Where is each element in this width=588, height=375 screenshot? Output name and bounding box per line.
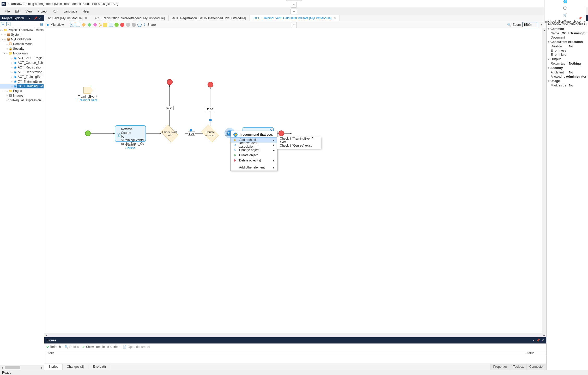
panel-dropdown-icon[interactable]: ▾ bbox=[29, 16, 33, 20]
decision-start-date[interactable]: Check start date bbox=[159, 127, 180, 141]
zoom-icon[interactable]: 🔍 bbox=[507, 23, 511, 27]
panel-dropdown-icon[interactable]: ▾ bbox=[533, 339, 535, 342]
tool-loop[interactable] bbox=[109, 23, 113, 27]
prop-group-common[interactable]: ▾Common bbox=[547, 27, 588, 31]
completed-button[interactable]: ✔ Show completed stories bbox=[82, 345, 119, 349]
tab-close-icon[interactable]: ✕ bbox=[334, 16, 336, 20]
tree-mf-0[interactable]: ACO_ADE_Regis bbox=[17, 56, 43, 60]
panel-pin-icon[interactable]: 📌 bbox=[578, 16, 582, 20]
share-label[interactable]: Share bbox=[147, 23, 156, 27]
retrieve-action[interactable]: ↻ Retrieve Course by $TrainingEvent/T ra… bbox=[115, 125, 146, 142]
collapse-all-button[interactable]: − bbox=[6, 22, 10, 26]
tool-decision[interactable] bbox=[82, 23, 86, 27]
tool-action[interactable] bbox=[76, 23, 80, 27]
error-end-1[interactable] bbox=[167, 79, 173, 85]
explorer-hscroll[interactable]: ◂▸ bbox=[0, 365, 44, 370]
tool-param[interactable] bbox=[103, 23, 107, 27]
refresh-button[interactable]: ⟳ Refresh bbox=[46, 345, 61, 349]
grid-icon[interactable]: ▦ bbox=[40, 22, 43, 26]
user-menu[interactable]: michael.giller@mendix.com ▾ bbox=[545, 20, 585, 23]
right-tab-properties[interactable]: Properties bbox=[490, 364, 510, 370]
sub-check-course[interactable]: Check if "Course" exist bbox=[277, 143, 321, 148]
error-end-2[interactable] bbox=[208, 82, 213, 88]
parameter-shape[interactable] bbox=[83, 87, 93, 93]
prop-group-concurrent[interactable]: ▾Concurrent execution bbox=[547, 40, 588, 44]
view-dropdown[interactable]: ▾ bbox=[291, 22, 297, 28]
run-dropdown[interactable]: ▾ bbox=[291, 2, 297, 8]
expand-all-button[interactable]: + bbox=[1, 22, 5, 26]
zoom-input[interactable]: 150% bbox=[522, 22, 538, 27]
tab-3[interactable]: OCH_TrainingEvent_CalculateEndDate [MyFi… bbox=[250, 15, 340, 21]
prop-v[interactable]: No bbox=[569, 71, 573, 74]
menu-run[interactable]: Run bbox=[50, 9, 61, 14]
tree-mf-4[interactable]: ACT_TrainingEve bbox=[17, 75, 42, 79]
ctx-retrieve-assoc[interactable]: ⊙Retrieve over association▸ bbox=[231, 142, 277, 147]
tool-end[interactable] bbox=[120, 23, 124, 27]
tree-mf-5[interactable]: CT_TrainingEven bbox=[17, 80, 42, 83]
menu-edit[interactable]: Edit bbox=[12, 9, 23, 14]
submenu[interactable]: Check if "TrainingEvent" exist Check if … bbox=[277, 137, 321, 149]
prop-v[interactable]: Administrator bbox=[566, 75, 586, 78]
panel-dropdown-icon[interactable]: ▾ bbox=[576, 16, 577, 20]
tool-break[interactable] bbox=[137, 23, 142, 27]
prop-v[interactable]: OCH_TrainingEv bbox=[562, 32, 586, 35]
panel-pin-icon[interactable]: 📌 bbox=[34, 16, 37, 20]
tab-2[interactable]: ACT_Registration_SetToUnattended [MyFirs… bbox=[169, 15, 250, 21]
menu-file[interactable]: File bbox=[2, 9, 12, 14]
tree-images[interactable]: Images bbox=[13, 94, 23, 97]
bottom-tab-stories[interactable]: Stories bbox=[44, 364, 63, 370]
prop-group-security[interactable]: ▾Security bbox=[547, 66, 588, 70]
tree-module[interactable]: MyFirstModule bbox=[10, 38, 32, 41]
prop-group-output[interactable]: ▾Output bbox=[547, 57, 588, 61]
globe-icon[interactable]: 🌐 bbox=[563, 0, 567, 4]
end-event[interactable] bbox=[278, 130, 284, 136]
col-status[interactable]: Status bbox=[525, 351, 546, 355]
tree-domain[interactable]: Domain Model bbox=[13, 42, 33, 46]
details-button[interactable]: 🔍 Details bbox=[64, 345, 79, 349]
chat-icon[interactable]: 💬 bbox=[563, 6, 567, 10]
prop-v[interactable]: No bbox=[569, 84, 573, 87]
tree-mf-3[interactable]: ACT_Registration bbox=[17, 70, 43, 74]
tab-close-icon[interactable]: ✕ bbox=[85, 16, 87, 20]
prop-group-usage[interactable]: ▾Usage bbox=[547, 79, 588, 83]
run-button[interactable]: ▷ Run bbox=[286, 0, 302, 1]
tool-merge[interactable] bbox=[87, 23, 92, 27]
tab-0[interactable]: nt_Save [MyFirstModule]✕ bbox=[44, 15, 91, 21]
menu-language[interactable]: Language bbox=[61, 9, 80, 14]
prop-v[interactable]: Nothing bbox=[569, 62, 581, 65]
sub-check-trainingevent[interactable]: Check if "TrainingEvent" exist bbox=[277, 138, 321, 143]
panel-close-icon[interactable]: ✕ bbox=[38, 16, 42, 20]
tree-security[interactable]: Security bbox=[13, 47, 24, 51]
tool-cursor[interactable]: ↖ bbox=[70, 23, 74, 27]
canvas-vscroll[interactable]: ▴ bbox=[542, 28, 546, 333]
tree-pages[interactable]: Pages bbox=[13, 89, 22, 93]
tool-annotation[interactable]: [a bbox=[99, 23, 102, 27]
stop-button[interactable]: ■ bbox=[290, 9, 297, 14]
prop-v[interactable]: No bbox=[569, 45, 573, 48]
canvas-hscroll[interactable]: ◂▸ bbox=[44, 333, 546, 337]
right-tab-toolbox[interactable]: Toolbox bbox=[510, 364, 526, 370]
decision-course-selected[interactable]: Course selected bbox=[200, 127, 221, 141]
ctx-create-object[interactable]: ⊕Create object bbox=[231, 153, 277, 158]
tree-mf-1[interactable]: ACT_Course_Sch bbox=[17, 61, 43, 65]
tool-share[interactable]: ⇪ bbox=[143, 23, 146, 27]
bottom-tab-errors[interactable]: Errors (0) bbox=[88, 364, 110, 370]
tab-1[interactable]: ACT_Registration_SetToAttended [MyFirstM… bbox=[91, 15, 169, 21]
ctx-change-object[interactable]: ✎Change object▸ bbox=[231, 147, 277, 153]
open-doc-button[interactable]: 📄 Open document bbox=[123, 345, 150, 349]
col-story[interactable]: Story bbox=[44, 351, 525, 355]
tree-mf-2[interactable]: ACT_Registration bbox=[17, 66, 43, 69]
tool-error[interactable] bbox=[126, 23, 130, 27]
tree-system[interactable]: System bbox=[10, 33, 21, 36]
tool-start[interactable] bbox=[114, 23, 119, 27]
context-menu[interactable]: ⚡ I recommend that you: ◆ Add a check ▸ … bbox=[231, 131, 277, 171]
menu-help[interactable]: Help bbox=[80, 9, 92, 14]
tool-continue[interactable] bbox=[132, 23, 136, 27]
connect-dot[interactable] bbox=[190, 129, 192, 132]
ctx-delete-object[interactable]: ⊖Delete object(s)▸ bbox=[231, 158, 277, 163]
connect-dot[interactable] bbox=[209, 119, 212, 121]
tree-mf-6[interactable]: OCH_TrainingEve bbox=[17, 84, 44, 88]
panel-close-icon[interactable]: ✕ bbox=[542, 339, 544, 342]
cart-icon[interactable]: 🛒 bbox=[563, 13, 567, 17]
tool-object[interactable] bbox=[93, 23, 97, 27]
